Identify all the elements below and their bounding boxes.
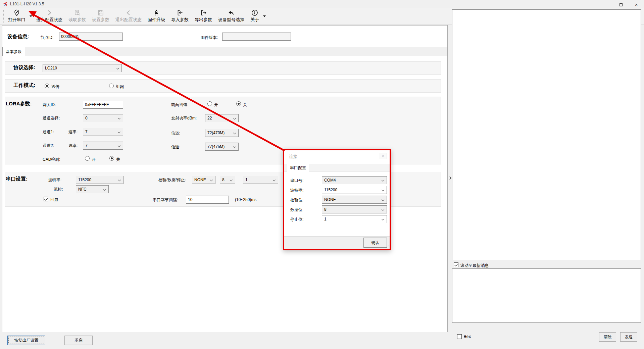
send-input-area[interactable] (452, 268, 641, 323)
toolbar-set-params-button[interactable]: 设置参数 (89, 8, 112, 24)
dialog-resize-grip[interactable] (386, 246, 389, 248)
lora-label: LORA参数: (6, 101, 32, 107)
toolbar-label: 导出参数 (195, 17, 212, 23)
chevron-down-icon (118, 131, 120, 133)
fec-off-radio[interactable] (236, 101, 241, 106)
toolbar-about-button[interactable]: 关于 (247, 8, 262, 24)
gateway-id-label: 网关ID: (43, 102, 56, 108)
protocol-value: LG210 (45, 66, 57, 70)
baud-label: 波特率: (48, 177, 61, 183)
dialog-port-label: 串口号: (290, 178, 303, 184)
stopbits-combo[interactable]: 1 (243, 176, 278, 184)
minimize-icon (604, 5, 607, 5)
flow-control-label: 流控: (54, 187, 63, 192)
channel-select-combo[interactable]: 0 (83, 114, 123, 122)
app-logo-icon (3, 1, 8, 7)
tab-strip (2, 47, 447, 56)
chan2-label: 信道: (171, 144, 180, 150)
toolbar-label: 设备型号选择 (218, 17, 244, 23)
save-icon (97, 9, 104, 16)
about-dropdown[interactable] (262, 8, 267, 24)
dialog-port-combo[interactable]: COM4 (322, 176, 387, 184)
dialog-stopbits-combo[interactable]: 1 (322, 215, 387, 223)
toolbar-label: 读取参数 (68, 17, 86, 23)
message-log-area (452, 9, 641, 260)
chevron-down-icon (382, 208, 384, 211)
tab-basic-params[interactable]: 基本参数 (2, 47, 25, 56)
toolbar-firmware-upgrade-button[interactable]: 固件升级 (145, 8, 168, 24)
dialog-tab-serial-config[interactable]: 串口配置 (287, 164, 309, 171)
toolbar-grip[interactable] (3, 10, 4, 22)
toolbar-enter-config-button[interactable]: 进入配置状态 (33, 8, 65, 24)
cad-label: CAD检测: (43, 157, 60, 162)
title-bar: L101-L-H20 V1.3.5 × (0, 0, 644, 8)
firmware-version-field[interactable] (222, 33, 291, 41)
toolbar-open-serial-button[interactable]: 打开串口 (5, 8, 29, 24)
send-button[interactable]: 发送 (620, 332, 637, 342)
rate2-combo[interactable]: 7 (83, 142, 123, 150)
gateway-id-field[interactable] (83, 101, 123, 109)
dialog-baud-combo[interactable]: 115200 (322, 186, 387, 194)
echo-checkbox[interactable] (44, 197, 48, 201)
work-mode-network-radio[interactable] (109, 84, 114, 88)
dialog-close-button[interactable]: × (379, 153, 387, 159)
channel2-label: 通道2: (43, 143, 54, 149)
byte-interval-field[interactable] (186, 196, 229, 204)
work-mode-section (5, 79, 441, 93)
chan1-combo[interactable]: 72(470M) (205, 129, 239, 137)
dialog-databits-label: 数据位: (290, 207, 303, 213)
tx-power-combo[interactable]: 22 (205, 114, 239, 122)
scroll-latest-checkbox[interactable] (454, 262, 458, 267)
toolbar-label: 固件升级 (148, 17, 165, 23)
chevron-down-icon (210, 179, 213, 181)
toolbar-import-params-button[interactable]: 导入参数 (168, 8, 192, 24)
toolbar-export-params-button[interactable]: 导出参数 (192, 8, 215, 24)
baud-combo[interactable]: 115200 (76, 176, 123, 184)
flow-control-combo[interactable]: NFC (76, 185, 109, 193)
clear-button[interactable]: 清除 (599, 332, 616, 342)
toolbar-device-model-button[interactable]: 设备型号选择 (215, 8, 247, 24)
dialog-parity-combo[interactable]: NONE (322, 196, 387, 204)
flow-control-value: NFC (78, 187, 87, 192)
hex-checkbox[interactable] (457, 334, 462, 339)
chevron-down-icon (233, 132, 236, 134)
splitter-collapse-icon[interactable] (448, 177, 452, 180)
protocol-label: 协议选择: (13, 64, 35, 71)
parity-combo[interactable]: NONE (192, 176, 215, 184)
cad-on-radio[interactable] (85, 156, 90, 161)
toolbar-read-params-button[interactable]: 读取参数 (65, 8, 89, 24)
fec-label: 前向纠错: (171, 102, 188, 108)
tx-power-label: 发射功率dBm: (171, 115, 197, 121)
export-icon (200, 9, 207, 16)
databits-combo[interactable]: 8 (220, 176, 235, 184)
protocol-select[interactable]: LG210 (43, 64, 122, 72)
chevron-down-icon (30, 15, 32, 17)
device-info-label: 设备信息: (7, 34, 29, 40)
work-mode-transparent-radio[interactable] (45, 84, 49, 88)
app-window: L101-L-H20 V1.3.5 × 打开串口 进入配置状态 读取参 (0, 0, 644, 349)
rate2-value: 7 (85, 143, 88, 148)
cad-off-radio[interactable] (109, 156, 114, 161)
chan2-combo[interactable]: 77(475M) (205, 143, 239, 151)
open-serial-dropdown[interactable] (29, 8, 33, 24)
dialog-databits-combo[interactable]: 8 (322, 205, 387, 213)
node-id-label: 节点ID: (40, 35, 53, 41)
toolbar-exit-config-button[interactable]: 退出配置状态 (112, 8, 145, 24)
close-icon: × (635, 2, 638, 7)
cad-off-label: 关 (116, 157, 120, 162)
close-icon: × (382, 154, 384, 158)
node-id-field[interactable] (59, 33, 123, 41)
pin-check-icon (13, 9, 20, 16)
hex-label: Hex (464, 335, 471, 339)
chevron-down-icon (118, 179, 121, 181)
fec-on-radio[interactable] (207, 101, 212, 106)
dialog-confirm-button[interactable]: 确认 (363, 238, 387, 248)
factory-reset-button[interactable]: 恢复出厂设置 (7, 336, 45, 345)
rate1-combo[interactable]: 7 (83, 128, 123, 136)
toolbar-label: 关于 (250, 17, 259, 23)
channel1-label: 通道1: (43, 129, 54, 135)
restart-button[interactable]: 重启 (64, 336, 93, 345)
toolbar-label: 导入参数 (171, 17, 189, 23)
chevron-down-icon (233, 117, 236, 119)
maximize-icon (620, 3, 623, 6)
